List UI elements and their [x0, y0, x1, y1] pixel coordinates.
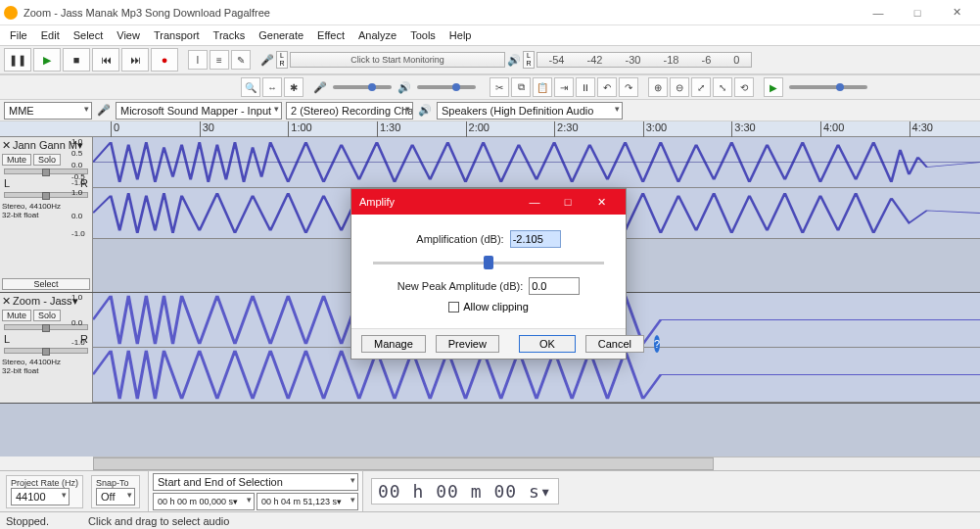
- minimize-button[interactable]: —: [859, 0, 898, 25]
- rec-meter-lr: L R: [276, 51, 288, 69]
- cut-button[interactable]: ✂: [490, 77, 509, 97]
- stop-button[interactable]: ■: [63, 48, 90, 72]
- selection-start-field[interactable]: 00 h 00 m 00,000 s▾: [153, 493, 255, 510]
- tools-toolbar: 🔍 ↔ ✱ 🎤 🔊 ✂ ⧉ 📋 ⇥ ⏸ ↶ ↷ ⊕ ⊖ ⤢ ⤡ ⟲ ▶: [0, 74, 980, 100]
- playback-device-combo[interactable]: Speakers (High Definition Audio: [437, 102, 623, 120]
- track-select-button[interactable]: Select: [2, 278, 90, 290]
- selection-mode-combo[interactable]: Start and End of Selection: [153, 473, 358, 491]
- allow-clipping-checkbox[interactable]: [448, 302, 459, 313]
- cancel-button[interactable]: Cancel: [585, 335, 644, 353]
- undo-button[interactable]: ↶: [597, 77, 617, 97]
- menu-tools[interactable]: Tools: [404, 27, 442, 43]
- selection-end-field[interactable]: 00 h 04 m 51,123 s▾: [257, 493, 358, 510]
- record-button[interactable]: ●: [151, 48, 178, 72]
- playback-meter[interactable]: -54-42-30-18-60: [537, 52, 752, 68]
- mute-button[interactable]: Mute: [2, 154, 31, 166]
- recording-channels-combo[interactable]: 2 (Stereo) Recording Chann: [286, 102, 413, 120]
- skip-start-button[interactable]: ⏮: [92, 48, 119, 72]
- manage-button[interactable]: Manage: [361, 335, 426, 353]
- zoom-out-button[interactable]: ⊖: [670, 77, 689, 97]
- dialog-title: Amplify: [359, 196, 395, 208]
- recording-meter[interactable]: Click to Start Monitoring: [290, 52, 505, 68]
- play-speed-slider[interactable]: [789, 85, 867, 89]
- timeline-ruler[interactable]: 0 30 1:00 1:30 2:00 2:30 3:00 3:30 4:00 …: [93, 121, 980, 137]
- menu-effect[interactable]: Effect: [311, 27, 350, 43]
- preview-button[interactable]: Preview: [436, 335, 499, 353]
- amplification-label: Amplification (dB):: [416, 233, 503, 245]
- envelope-tool[interactable]: ≡: [210, 50, 229, 70]
- dialog-maximize-button[interactable]: □: [551, 189, 584, 215]
- amplification-input[interactable]: [510, 230, 561, 248]
- waveform-left[interactable]: 1.0 0.5 0.0 -0.5 -1.0: [93, 137, 980, 188]
- copy-button[interactable]: ⧉: [511, 77, 531, 97]
- track-name[interactable]: Zoom - Jass▾: [13, 295, 78, 308]
- fit-project-button[interactable]: ⤡: [713, 77, 732, 97]
- pause-button[interactable]: ❚❚: [4, 48, 31, 72]
- peak-amplitude-input[interactable]: [529, 277, 580, 295]
- selection-tool[interactable]: I: [188, 50, 208, 70]
- status-hint: Click and drag to select audio: [88, 515, 229, 527]
- dialog-close-button[interactable]: ✕: [584, 189, 618, 215]
- solo-button[interactable]: Solo: [33, 154, 61, 166]
- recording-device-combo[interactable]: Microsoft Sound Mapper - Input: [116, 102, 282, 120]
- allow-clipping-label: Allow clipping: [463, 301, 529, 313]
- paste-button[interactable]: 📋: [533, 77, 552, 97]
- rec-meter-icon: 🎤: [260, 54, 274, 67]
- solo-button[interactable]: Solo: [33, 310, 61, 321]
- menu-transport[interactable]: Transport: [148, 27, 206, 43]
- play-at-speed-button[interactable]: ▶: [764, 77, 783, 97]
- mic-icon: 🎤: [96, 103, 112, 119]
- snap-to-combo[interactable]: Off: [96, 488, 135, 505]
- zoom-tool[interactable]: 🔍: [241, 77, 260, 97]
- horizontal-scrollbar[interactable]: [93, 457, 980, 470]
- track-format: Stereo, 44100Hz: [2, 358, 90, 366]
- mute-button[interactable]: Mute: [2, 310, 31, 321]
- close-button[interactable]: ✕: [937, 0, 976, 25]
- selection-toolbar: Project Rate (Hz) 44100 Snap-To Off Star…: [0, 470, 980, 511]
- menu-help[interactable]: Help: [443, 27, 478, 43]
- zoom-toggle-button[interactable]: ⟲: [734, 77, 754, 97]
- pan-slider[interactable]: [4, 348, 88, 354]
- menu-analyze[interactable]: Analyze: [352, 27, 402, 43]
- recording-volume-slider[interactable]: [333, 85, 392, 89]
- track-close-icon[interactable]: ✕: [2, 295, 11, 308]
- menu-file[interactable]: File: [4, 27, 33, 43]
- timeshift-tool[interactable]: ↔: [262, 77, 282, 97]
- track-close-icon[interactable]: ✕: [2, 139, 11, 152]
- menu-select[interactable]: Select: [68, 27, 110, 43]
- window-title: Zoom - Jass Manak Mp3 Song Download Paga…: [23, 7, 859, 19]
- audio-position-display[interactable]: 00 h 00 m 00 s▾: [371, 478, 559, 505]
- track-format: Stereo, 44100Hz: [2, 202, 90, 211]
- trim-button[interactable]: ⇥: [554, 77, 574, 97]
- track-bitdepth: 32-bit float: [2, 366, 90, 375]
- menu-generate[interactable]: Generate: [253, 27, 309, 43]
- play-button[interactable]: ▶: [33, 48, 61, 72]
- project-rate-label: Project Rate (Hz): [11, 478, 78, 488]
- track-panel[interactable]: ✕Zoom - Jass▾ MuteSolo LR Stereo, 44100H…: [0, 293, 93, 403]
- amplification-slider[interactable]: [373, 254, 604, 271]
- menubar: File Edit Select View Transport Tracks G…: [0, 25, 980, 45]
- dialog-titlebar[interactable]: Amplify — □ ✕: [351, 189, 626, 215]
- status-state: Stopped.: [6, 515, 49, 527]
- speaker-icon: 🔊: [417, 103, 433, 119]
- maximize-button[interactable]: □: [898, 0, 937, 25]
- menu-view[interactable]: View: [111, 27, 146, 43]
- titlebar: Zoom - Jass Manak Mp3 Song Download Paga…: [0, 0, 980, 25]
- silence-button[interactable]: ⏸: [576, 77, 595, 97]
- dialog-minimize-button[interactable]: —: [518, 189, 551, 215]
- redo-button[interactable]: ↷: [619, 77, 638, 97]
- zoom-in-button[interactable]: ⊕: [648, 77, 668, 97]
- draw-tool[interactable]: ✎: [231, 50, 251, 70]
- menu-tracks[interactable]: Tracks: [208, 27, 252, 43]
- play-vol-icon: 🔊: [397, 81, 411, 94]
- menu-edit[interactable]: Edit: [35, 27, 66, 43]
- playback-volume-slider[interactable]: [417, 85, 476, 89]
- multi-tool[interactable]: ✱: [284, 77, 303, 97]
- skip-end-button[interactable]: ⏭: [121, 48, 149, 72]
- project-rate-combo[interactable]: 44100: [11, 488, 70, 505]
- ok-button[interactable]: OK: [519, 335, 576, 353]
- statusbar: Stopped. Click and drag to select audio: [0, 511, 980, 529]
- play-meter-lr: L R: [523, 51, 535, 69]
- audio-host-combo[interactable]: MME: [4, 102, 92, 120]
- fit-selection-button[interactable]: ⤢: [691, 77, 711, 97]
